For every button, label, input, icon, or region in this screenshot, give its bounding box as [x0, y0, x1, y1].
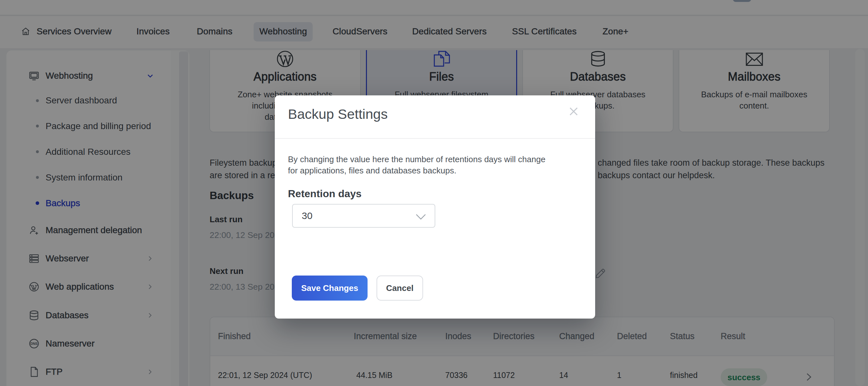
modal-divider: [275, 138, 595, 139]
retention-days-label: Retention days: [288, 188, 362, 200]
retention-days-select[interactable]: 30: [292, 204, 435, 228]
backup-settings-modal: Backup Settings By changing the value he…: [275, 95, 595, 319]
save-changes-button[interactable]: Save Changes: [292, 275, 368, 301]
close-icon[interactable]: [567, 105, 580, 118]
modal-title: Backup Settings: [288, 106, 388, 122]
modal-body-text: By changing the value here the number of…: [288, 154, 554, 176]
cancel-button[interactable]: Cancel: [376, 275, 423, 301]
select-value: 30: [302, 210, 312, 221]
chevron-down-icon: [415, 213, 426, 220]
